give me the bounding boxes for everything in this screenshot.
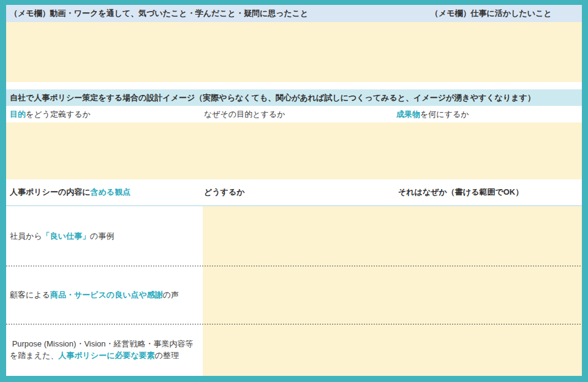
section-gap <box>6 82 582 89</box>
table-row: Purpose (Mission)・Vision・経営戦略・事業内容等を踏まえた… <box>6 324 582 376</box>
memo-header-row: （メモ欄）動画・ワークを通して、気づいたこと・学んだこと・疑問に思ったこと （メ… <box>6 5 582 22</box>
design-col-deliverable-accent: 成果物 <box>396 110 420 119</box>
worksheet-page: { "colors": { "frame_teal": "#42b4bd", "… <box>0 0 588 382</box>
worksheet-content: （メモ欄）動画・ワークを通して、気づいたこと・学んだこと・疑問に思ったこと （メ… <box>6 5 582 376</box>
row-input-required-elements[interactable] <box>203 324 582 376</box>
row-input-customer-voices[interactable] <box>203 266 582 324</box>
table-header-why: それはなぜか（書ける範囲でOK） <box>398 187 523 198</box>
row-label-good-work-examples: 社員から「良い仕事」の事例 <box>6 206 203 266</box>
row-label-customer-voices: 顧客による商品・サービスの良い点や感謝の声 <box>6 266 203 324</box>
memo-left-title: （メモ欄）動画・ワークを通して、気づいたこと・学んだこと・疑問に思ったこと <box>10 8 308 19</box>
table-header-viewpoints: 人事ポリシーの内容に含める観点 <box>10 187 130 198</box>
row-input-good-work-examples[interactable] <box>203 206 582 266</box>
design-col-deliverable: 成果物を何にするか <box>396 109 469 120</box>
design-columns-row: 目的をどう定義するか なぜその目的とするか 成果物を何にするか <box>6 106 582 122</box>
table-header-row: 人事ポリシーの内容に含める観点 どうするか それはなぜか（書ける範囲でOK） <box>6 179 582 206</box>
design-col-purpose-accent: 目的 <box>10 110 26 119</box>
memo-input-area[interactable] <box>6 22 582 82</box>
design-col-purpose: 目的をどう定義するか <box>10 109 91 120</box>
design-col-why-rest: なぜその目的とするか <box>204 110 285 119</box>
table-row: 社員から「良い仕事」の事例 <box>6 206 582 266</box>
row-label-required-elements: Purpose (Mission)・Vision・経営戦略・事業内容等を踏まえた… <box>6 324 203 376</box>
design-col-purpose-rest: をどう定義するか <box>26 110 91 119</box>
memo-right-title: （メモ欄）仕事に活かしたいこと <box>431 8 552 19</box>
table-header-how: どうするか <box>204 187 245 198</box>
design-col-why: なぜその目的とするか <box>204 109 285 120</box>
design-col-deliverable-rest: を何にするか <box>420 110 469 119</box>
design-section-title: 自社で人事ポリシー策定をする場合の設計イメージ（実際やらなくても、関心があれば試… <box>6 89 582 106</box>
design-input-area[interactable] <box>6 122 582 179</box>
table-row: 顧客による商品・サービスの良い点や感謝の声 <box>6 266 582 324</box>
